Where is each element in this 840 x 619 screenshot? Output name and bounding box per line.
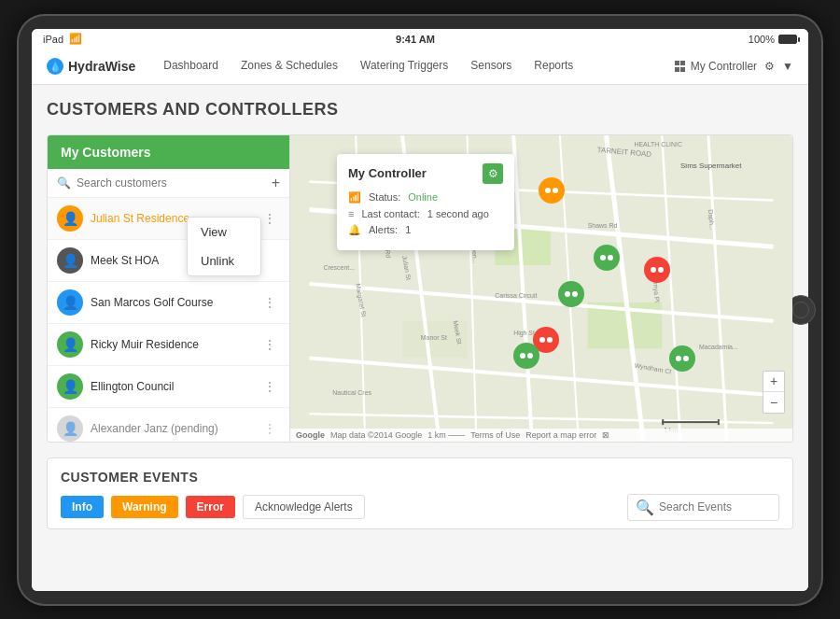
context-menu-view[interactable]: View bbox=[188, 218, 260, 246]
customer-search-bar: 🔍 + bbox=[48, 169, 289, 198]
terms-link[interactable]: Terms of Use bbox=[470, 430, 520, 440]
filter-error-button[interactable]: Error bbox=[186, 496, 235, 518]
popup-status-label: Status: bbox=[369, 191, 400, 203]
svg-point-47 bbox=[565, 291, 570, 297]
nav-controller[interactable]: My Controller bbox=[675, 60, 757, 73]
settings-chevron: ▼ bbox=[782, 60, 793, 73]
nav-watering[interactable]: Watering Triggers bbox=[349, 49, 459, 84]
svg-point-43 bbox=[600, 255, 606, 260]
customer-avatar-sanmarcos: 👤 bbox=[57, 289, 83, 316]
svg-text:HEALTH CLINIC: HEALTH CLINIC bbox=[634, 140, 682, 147]
svg-point-41 bbox=[545, 188, 551, 193]
popup-contact-value: 1 second ago bbox=[427, 208, 489, 219]
map-expand-icon[interactable]: ⊠ bbox=[602, 430, 609, 440]
map-pin-6[interactable] bbox=[513, 343, 539, 369]
status-bar: iPad 📶 9:41 AM 100% bbox=[32, 29, 808, 49]
contact-icon: ≡ bbox=[348, 208, 354, 219]
alert-icon: 🔔 bbox=[348, 224, 361, 236]
svg-point-53 bbox=[676, 356, 681, 361]
brand-logo: 💧 bbox=[47, 58, 63, 75]
map-zoom-controls: + − bbox=[763, 371, 785, 414]
customer-avatar-ellington: 👤 bbox=[57, 373, 83, 400]
customer-more-sanmarcos[interactable]: ⋮ bbox=[259, 293, 280, 312]
svg-text:Carissa Circuit: Carissa Circuit bbox=[495, 291, 537, 298]
ipad-label: iPad bbox=[43, 34, 63, 45]
clock: 9:41 AM bbox=[396, 34, 435, 45]
customer-avatar-alexander: 👤 bbox=[57, 415, 83, 442]
nav-right: My Controller ⚙ ▼ bbox=[675, 60, 793, 73]
zoom-in-button[interactable]: + bbox=[763, 372, 784, 392]
customer-avatar-ricky: 👤 bbox=[57, 331, 83, 358]
customer-item-julian[interactable]: 👤 Julian St Residence ⋮ View Unlink bbox=[48, 198, 289, 240]
customer-item-ellington[interactable]: 👤 Ellington Council ⋮ bbox=[48, 366, 289, 408]
map-pin-4[interactable] bbox=[558, 281, 584, 307]
customer-more-ellington[interactable]: ⋮ bbox=[259, 377, 280, 396]
context-menu-unlink[interactable]: Unlink bbox=[188, 246, 260, 275]
svg-text:Sims Supermarket: Sims Supermarket bbox=[680, 161, 742, 169]
svg-rect-37 bbox=[662, 421, 718, 423]
customer-more-ricky[interactable]: ⋮ bbox=[259, 335, 280, 354]
svg-text:High St: High St bbox=[513, 329, 535, 336]
map-pin-2[interactable] bbox=[594, 245, 620, 271]
map-scale: 1 km —— bbox=[427, 430, 465, 440]
status-icon: 📶 bbox=[348, 191, 361, 204]
nav-sensors[interactable]: Sensors bbox=[459, 49, 523, 84]
customer-avatar-julian: 👤 bbox=[57, 205, 83, 232]
filter-warning-button[interactable]: Warning bbox=[111, 496, 178, 518]
events-search-input[interactable] bbox=[659, 500, 771, 513]
map-footer: Google Map data ©2014 Google 1 km —— Ter… bbox=[290, 429, 792, 442]
svg-point-46 bbox=[658, 267, 664, 273]
svg-rect-39 bbox=[718, 419, 720, 425]
grid-icon bbox=[675, 61, 686, 72]
map-panel: TARNEIT ROAD HEALTH CLINIC Daph... Burny… bbox=[290, 135, 792, 442]
svg-point-45 bbox=[651, 267, 656, 273]
popup-contact-label: Last contact: bbox=[361, 208, 419, 219]
controller-label: My Controller bbox=[691, 60, 757, 73]
events-section: CUSTOMER EVENTS Info Warning Error Ackno… bbox=[47, 457, 793, 529]
customer-list-panel: My Customers 🔍 + 👤 Julian St Residence ⋮ bbox=[48, 135, 290, 442]
customer-name-alexander: Alexander Janz (pending) bbox=[91, 422, 259, 435]
events-search-icon: 🔍 bbox=[636, 499, 654, 516]
customer-search-input[interactable] bbox=[77, 176, 266, 190]
main-content: CUSTOMERS AND CONTROLLERS My Customers 🔍… bbox=[32, 85, 808, 591]
events-toolbar: Info Warning Error Acknowledge Alerts 🔍 bbox=[61, 494, 779, 521]
customer-more-alexander[interactable]: ⋮ bbox=[259, 419, 280, 438]
nav-dashboard[interactable]: Dashboard bbox=[152, 49, 230, 84]
nav-bar: 💧 HydraWise Dashboard Zones & Schedules … bbox=[32, 49, 808, 85]
report-link[interactable]: Report a map error bbox=[525, 430, 596, 440]
zoom-out-button[interactable]: − bbox=[763, 392, 784, 413]
customer-item-ricky[interactable]: 👤 Ricky Muir Residence ⋮ bbox=[48, 324, 289, 366]
filter-info-button[interactable]: Info bbox=[61, 496, 104, 518]
customer-list-header: My Customers bbox=[48, 135, 289, 169]
popup-status-value: Online bbox=[408, 191, 438, 203]
settings-icon[interactable]: ⚙ bbox=[764, 60, 775, 73]
popup-gear-button[interactable]: ⚙ bbox=[483, 163, 503, 184]
svg-text:Macadamia...: Macadamia... bbox=[699, 343, 738, 349]
page-title: CUSTOMERS AND CONTROLLERS bbox=[47, 100, 793, 120]
add-customer-button[interactable]: + bbox=[272, 175, 280, 191]
popup-title: My Controller bbox=[348, 166, 427, 180]
events-title: CUSTOMER EVENTS bbox=[61, 470, 779, 485]
customer-more-julian[interactable]: ⋮ bbox=[259, 209, 280, 228]
map-pin-3[interactable] bbox=[644, 257, 670, 283]
customer-name-ricky: Ricky Muir Residence bbox=[91, 338, 259, 351]
customer-name-ellington: Ellington Council bbox=[91, 380, 259, 393]
map-pin-7[interactable] bbox=[669, 345, 695, 372]
popup-alerts-value: 1 bbox=[405, 224, 411, 235]
wifi-icon: 📶 bbox=[69, 33, 82, 45]
map-pin-1[interactable] bbox=[539, 177, 565, 204]
customers-section: My Customers 🔍 + 👤 Julian St Residence ⋮ bbox=[47, 134, 793, 443]
svg-point-48 bbox=[572, 291, 578, 297]
svg-point-44 bbox=[608, 255, 613, 260]
svg-point-54 bbox=[683, 356, 689, 361]
nav-zones[interactable]: Zones & Schedules bbox=[230, 49, 349, 84]
context-menu: View Unlink bbox=[187, 217, 261, 276]
brand-name: HydraWise bbox=[68, 59, 135, 74]
popup-alerts-label: Alerts: bbox=[369, 224, 398, 235]
nav-reports[interactable]: Reports bbox=[523, 49, 584, 84]
svg-text:Nautical Cres: Nautical Cres bbox=[332, 389, 371, 396]
acknowledge-alerts-button[interactable]: Acknowledge Alerts bbox=[243, 495, 365, 519]
customer-item-alexander[interactable]: 👤 Alexander Janz (pending) ⋮ bbox=[48, 408, 289, 443]
svg-text:Shaws Rd: Shaws Rd bbox=[588, 222, 618, 229]
customer-item-sanmarcos[interactable]: 👤 San Marcos Golf Course ⋮ bbox=[48, 282, 289, 324]
